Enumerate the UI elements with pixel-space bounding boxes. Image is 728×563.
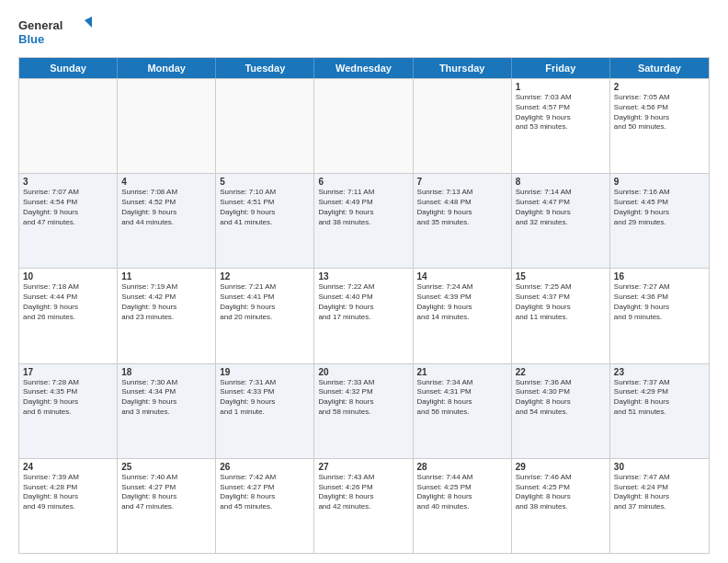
day-number-25: 25 [121,462,211,472]
day-info-13: Sunrise: 7:22 AMSunset: 4:40 PMDaylight:… [318,282,408,322]
week-row-4: 24Sunrise: 7:39 AMSunset: 4:28 PMDayligh… [19,458,709,553]
header-cell-monday: Monday [118,58,216,78]
day-number-30: 30 [614,462,705,472]
day-cell-1: 1Sunrise: 7:03 AMSunset: 4:57 PMDaylight… [512,79,610,173]
svg-marker-2 [85,17,92,28]
day-cell-11: 11Sunrise: 7:19 AMSunset: 4:42 PMDayligh… [118,269,216,362]
day-cell-16: 16Sunrise: 7:27 AMSunset: 4:36 PMDayligh… [610,269,709,362]
day-number-29: 29 [516,462,606,472]
day-cell-12: 12Sunrise: 7:21 AMSunset: 4:41 PMDayligh… [216,269,314,362]
day-number-20: 20 [318,367,408,377]
day-info-16: Sunrise: 7:27 AMSunset: 4:36 PMDaylight:… [614,282,705,322]
day-cell-18: 18Sunrise: 7:30 AMSunset: 4:34 PMDayligh… [118,364,216,458]
day-cell-27: 27Sunrise: 7:43 AMSunset: 4:26 PMDayligh… [314,459,413,553]
day-number-19: 19 [220,367,310,377]
day-cell-30: 30Sunrise: 7:47 AMSunset: 4:24 PMDayligh… [610,459,709,553]
day-info-9: Sunrise: 7:16 AMSunset: 4:45 PMDaylight:… [614,188,705,227]
day-info-26: Sunrise: 7:42 AMSunset: 4:27 PMDaylight:… [220,473,310,512]
day-number-15: 15 [516,271,606,282]
day-info-14: Sunrise: 7:24 AMSunset: 4:39 PMDaylight:… [417,282,507,322]
day-cell-25: 25Sunrise: 7:40 AMSunset: 4:27 PMDayligh… [118,459,216,553]
day-cell-29: 29Sunrise: 7:46 AMSunset: 4:25 PMDayligh… [512,459,610,553]
day-number-27: 27 [318,462,408,472]
calendar-header: SundayMondayTuesdayWednesdayThursdayFrid… [19,58,709,78]
day-info-12: Sunrise: 7:21 AMSunset: 4:41 PMDaylight:… [220,282,310,322]
day-info-10: Sunrise: 7:18 AMSunset: 4:44 PMDaylight:… [23,282,113,322]
day-info-29: Sunrise: 7:46 AMSunset: 4:25 PMDaylight:… [516,473,606,512]
day-info-27: Sunrise: 7:43 AMSunset: 4:26 PMDaylight:… [318,473,408,512]
day-cell-3: 3Sunrise: 7:07 AMSunset: 4:54 PMDaylight… [19,174,118,268]
day-info-1: Sunrise: 7:03 AMSunset: 4:57 PMDaylight:… [516,93,606,132]
day-number-5: 5 [220,177,310,187]
day-cell-7: 7Sunrise: 7:13 AMSunset: 4:48 PMDaylight… [414,174,512,268]
day-cell-26: 26Sunrise: 7:42 AMSunset: 4:27 PMDayligh… [216,459,314,553]
day-cell-8: 8Sunrise: 7:14 AMSunset: 4:47 PMDaylight… [512,174,610,268]
header-cell-sunday: Sunday [19,58,118,78]
day-info-25: Sunrise: 7:40 AMSunset: 4:27 PMDaylight:… [121,473,211,512]
day-cell-9: 9Sunrise: 7:16 AMSunset: 4:45 PMDaylight… [610,174,709,268]
day-info-19: Sunrise: 7:31 AMSunset: 4:33 PMDaylight:… [220,378,310,418]
empty-cell [19,79,118,173]
day-cell-17: 17Sunrise: 7:28 AMSunset: 4:35 PMDayligh… [19,364,118,458]
logo: General Blue [18,15,92,50]
day-info-2: Sunrise: 7:05 AMSunset: 4:56 PMDaylight:… [614,93,705,132]
day-info-5: Sunrise: 7:10 AMSunset: 4:51 PMDaylight:… [220,188,310,227]
week-row-0: 1Sunrise: 7:03 AMSunset: 4:57 PMDaylight… [19,78,709,173]
calendar-body: 1Sunrise: 7:03 AMSunset: 4:57 PMDaylight… [19,78,709,553]
header-cell-friday: Friday [512,58,610,78]
day-cell-13: 13Sunrise: 7:22 AMSunset: 4:40 PMDayligh… [314,269,413,362]
empty-cell [216,79,314,173]
day-number-11: 11 [121,271,211,282]
day-number-2: 2 [614,82,705,92]
day-info-20: Sunrise: 7:33 AMSunset: 4:32 PMDaylight:… [318,378,408,418]
day-cell-19: 19Sunrise: 7:31 AMSunset: 4:33 PMDayligh… [216,364,314,458]
header-cell-thursday: Thursday [414,58,512,78]
day-cell-22: 22Sunrise: 7:36 AMSunset: 4:30 PMDayligh… [512,364,610,458]
week-row-3: 17Sunrise: 7:28 AMSunset: 4:35 PMDayligh… [19,363,709,458]
day-cell-23: 23Sunrise: 7:37 AMSunset: 4:29 PMDayligh… [610,364,709,458]
day-number-23: 23 [614,367,705,377]
day-number-28: 28 [417,462,507,472]
logo-svg: General Blue [18,15,92,50]
day-info-15: Sunrise: 7:25 AMSunset: 4:37 PMDaylight:… [516,282,606,322]
day-cell-6: 6Sunrise: 7:11 AMSunset: 4:49 PMDaylight… [314,174,413,268]
day-number-26: 26 [220,462,310,472]
day-number-10: 10 [23,271,113,282]
day-number-3: 3 [23,177,113,187]
day-number-24: 24 [23,462,113,472]
day-number-14: 14 [417,271,507,282]
day-number-21: 21 [417,367,507,377]
day-number-6: 6 [318,177,408,187]
day-cell-10: 10Sunrise: 7:18 AMSunset: 4:44 PMDayligh… [19,269,118,362]
day-number-18: 18 [121,367,211,377]
header-cell-saturday: Saturday [610,58,709,78]
day-number-17: 17 [23,367,113,377]
day-info-7: Sunrise: 7:13 AMSunset: 4:48 PMDaylight:… [417,188,507,227]
week-row-1: 3Sunrise: 7:07 AMSunset: 4:54 PMDaylight… [19,173,709,268]
calendar: SundayMondayTuesdayWednesdayThursdayFrid… [18,57,710,554]
day-info-21: Sunrise: 7:34 AMSunset: 4:31 PMDaylight:… [417,378,507,418]
day-info-8: Sunrise: 7:14 AMSunset: 4:47 PMDaylight:… [516,188,606,227]
day-cell-4: 4Sunrise: 7:08 AMSunset: 4:52 PMDaylight… [118,174,216,268]
svg-text:Blue: Blue [18,32,44,46]
day-info-6: Sunrise: 7:11 AMSunset: 4:49 PMDaylight:… [318,188,408,227]
day-number-13: 13 [318,271,408,282]
day-info-30: Sunrise: 7:47 AMSunset: 4:24 PMDaylight:… [614,473,705,512]
empty-cell [414,79,512,173]
day-number-9: 9 [614,177,705,187]
day-cell-20: 20Sunrise: 7:33 AMSunset: 4:32 PMDayligh… [314,364,413,458]
day-info-17: Sunrise: 7:28 AMSunset: 4:35 PMDaylight:… [23,378,113,418]
day-number-22: 22 [516,367,606,377]
day-cell-14: 14Sunrise: 7:24 AMSunset: 4:39 PMDayligh… [414,269,512,362]
header-cell-tuesday: Tuesday [216,58,314,78]
day-cell-21: 21Sunrise: 7:34 AMSunset: 4:31 PMDayligh… [414,364,512,458]
day-cell-28: 28Sunrise: 7:44 AMSunset: 4:25 PMDayligh… [414,459,512,553]
day-number-16: 16 [614,271,705,282]
day-number-8: 8 [516,177,606,187]
day-number-1: 1 [516,82,606,92]
header: General Blue [18,15,710,50]
day-cell-15: 15Sunrise: 7:25 AMSunset: 4:37 PMDayligh… [512,269,610,362]
day-cell-24: 24Sunrise: 7:39 AMSunset: 4:28 PMDayligh… [19,459,118,553]
day-info-22: Sunrise: 7:36 AMSunset: 4:30 PMDaylight:… [516,378,606,418]
day-info-24: Sunrise: 7:39 AMSunset: 4:28 PMDaylight:… [23,473,113,512]
